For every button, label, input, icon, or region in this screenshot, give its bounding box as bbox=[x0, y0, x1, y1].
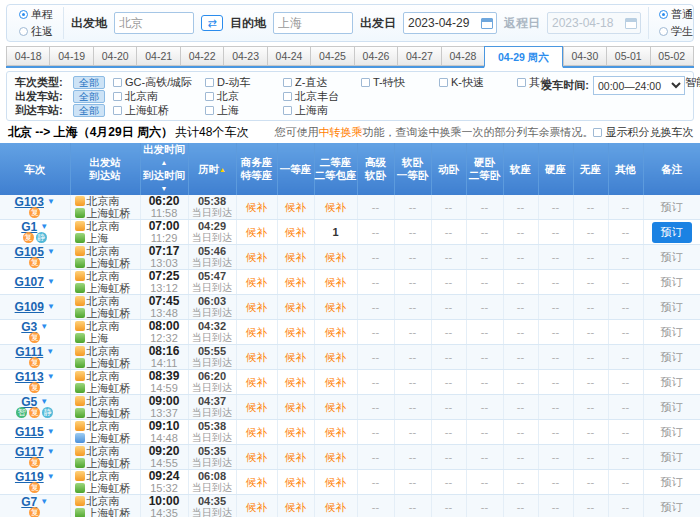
date-tab-04-21[interactable]: 04-21 bbox=[136, 46, 179, 66]
train-link[interactable]: G103 bbox=[15, 195, 44, 209]
passenger-type-学生[interactable]: 学生 bbox=[659, 24, 693, 39]
filter-all-button[interactable]: 全部 bbox=[73, 90, 105, 103]
expand-caret-icon[interactable]: ▼ bbox=[40, 222, 48, 231]
expand-caret-icon[interactable]: ▼ bbox=[47, 277, 55, 286]
no-seat-dash: -- bbox=[622, 426, 629, 438]
arrive-time: 13:37 bbox=[141, 407, 188, 419]
checkbox-icon[interactable] bbox=[283, 106, 292, 115]
date-tab-04-24[interactable]: 04-24 bbox=[267, 46, 310, 66]
checkbox-icon[interactable] bbox=[113, 92, 122, 101]
train-link[interactable]: G111 bbox=[15, 345, 43, 359]
expand-caret-icon[interactable]: ▼ bbox=[47, 247, 55, 256]
trip-type-单程[interactable]: 单程 bbox=[19, 7, 53, 22]
passenger-type-radio-icon[interactable] bbox=[659, 10, 668, 19]
checkbox-icon[interactable] bbox=[113, 78, 122, 87]
date-tab-05-01[interactable]: 05-01 bbox=[606, 46, 649, 66]
swap-stations-icon[interactable]: ⇄ bbox=[201, 15, 223, 31]
train-link[interactable]: G105 bbox=[15, 245, 44, 259]
expand-caret-icon[interactable]: ▼ bbox=[47, 427, 55, 436]
checkbox-icon[interactable] bbox=[593, 128, 602, 137]
train-link[interactable]: G115 bbox=[15, 425, 44, 439]
expand-caret-icon[interactable]: ▼ bbox=[47, 447, 55, 456]
no-seat-dash: -- bbox=[372, 201, 379, 213]
badge-复-icon: 复 bbox=[29, 332, 40, 343]
filter-option-Z-直达[interactable]: Z-直达 bbox=[283, 75, 361, 90]
filter-option-上海虹桥[interactable]: 上海虹桥 bbox=[113, 103, 205, 118]
checkbox-icon[interactable] bbox=[205, 106, 214, 115]
depart-time-select[interactable]: 00:00—24:00 bbox=[593, 76, 685, 95]
header-line: 商务座 bbox=[241, 156, 273, 168]
from-input[interactable] bbox=[114, 12, 194, 34]
checkbox-icon[interactable] bbox=[205, 78, 214, 87]
departure-station-name: 北京南 bbox=[87, 370, 120, 382]
checkbox-icon[interactable] bbox=[113, 106, 122, 115]
sort-icon[interactable]: ▼ bbox=[161, 185, 168, 192]
date-tab-04-20[interactable]: 04-20 bbox=[93, 46, 136, 66]
filter-option-上海南[interactable]: 上海南 bbox=[283, 103, 361, 118]
train-link[interactable]: G117 bbox=[15, 445, 44, 459]
date-tab-04-27[interactable]: 04-27 bbox=[397, 46, 440, 66]
filter-all-button[interactable]: 全部 bbox=[73, 104, 105, 117]
checkbox-icon[interactable] bbox=[205, 92, 214, 101]
sort-icon[interactable]: ▲ bbox=[161, 159, 168, 166]
checkbox-icon[interactable] bbox=[283, 92, 292, 101]
trip-type-radio-icon[interactable] bbox=[19, 10, 28, 19]
stations-cell: 北京南上海虹桥 bbox=[70, 345, 140, 370]
date-tab-04-29[interactable]: 04-29 周六 bbox=[484, 46, 562, 68]
train-link[interactable]: G109 bbox=[15, 300, 44, 314]
no-seat-dash: -- bbox=[552, 376, 559, 388]
date-tab-04-26[interactable]: 04-26 bbox=[354, 46, 397, 66]
trip-type-往返[interactable]: 往返 bbox=[19, 24, 53, 39]
filter-option-D-动车[interactable]: D-动车 bbox=[205, 75, 283, 90]
column-header-历时[interactable]: 历时▲ bbox=[188, 143, 236, 195]
expand-caret-icon[interactable]: ▼ bbox=[46, 347, 54, 356]
date-tab-04-18[interactable]: 04-18 bbox=[6, 46, 49, 66]
train-link[interactable]: G113 bbox=[15, 370, 44, 384]
checkbox-icon[interactable] bbox=[439, 78, 448, 87]
filter-option-北京[interactable]: 北京 bbox=[205, 89, 283, 104]
filter-all-button[interactable]: 全部 bbox=[73, 76, 105, 89]
date-tab-04-25[interactable]: 04-25 bbox=[310, 46, 353, 66]
checkbox-icon[interactable] bbox=[517, 78, 526, 87]
expand-caret-icon[interactable]: ▼ bbox=[40, 497, 48, 506]
filter-option-T-特快[interactable]: T-特快 bbox=[361, 75, 439, 90]
checkbox-icon[interactable] bbox=[283, 78, 292, 87]
book-button[interactable]: 预订 bbox=[652, 222, 692, 243]
train-link[interactable]: G107 bbox=[15, 275, 44, 289]
filter-option-K-快速[interactable]: K-快速 bbox=[439, 75, 517, 90]
seat-cell: -- bbox=[608, 495, 643, 517]
to-input[interactable] bbox=[273, 12, 353, 34]
expand-caret-icon[interactable]: ▼ bbox=[40, 397, 48, 406]
seat-cell: -- bbox=[357, 495, 394, 517]
expand-caret-icon[interactable]: ▼ bbox=[40, 322, 48, 331]
calendar-icon[interactable] bbox=[481, 18, 493, 29]
train-link[interactable]: G119 bbox=[15, 470, 44, 484]
passenger-type-普通[interactable]: 普通 bbox=[659, 7, 693, 22]
expand-caret-icon[interactable]: ▼ bbox=[47, 302, 55, 311]
date-tab-04-19[interactable]: 04-19 bbox=[49, 46, 92, 66]
summary-checkbox-显示积分兑换车次[interactable]: 显示积分兑换车次 bbox=[593, 125, 693, 140]
arrival-station-icon bbox=[75, 458, 85, 468]
expand-caret-icon[interactable]: ▼ bbox=[47, 197, 55, 206]
column-header-出发时间[interactable]: 出发时间▲到达时间▼ bbox=[140, 143, 188, 195]
transfer-link[interactable]: 中转换乘 bbox=[318, 126, 362, 138]
date-tab-04-22[interactable]: 04-22 bbox=[180, 46, 223, 66]
expand-caret-icon[interactable]: ▼ bbox=[47, 472, 55, 481]
passenger-type-radio-icon[interactable] bbox=[659, 27, 668, 36]
filter-option-上海[interactable]: 上海 bbox=[205, 103, 283, 118]
date-tab-04-30[interactable]: 04-30 bbox=[563, 46, 606, 66]
date-tab-04-23[interactable]: 04-23 bbox=[223, 46, 266, 66]
depart-date-wrap bbox=[403, 12, 497, 34]
arrival-station-name: 上海虹桥 bbox=[87, 407, 131, 419]
filter-option-北京南[interactable]: 北京南 bbox=[113, 89, 205, 104]
date-tab-04-28[interactable]: 04-28 bbox=[441, 46, 484, 66]
filter-option-北京丰台[interactable]: 北京丰台 bbox=[283, 89, 361, 104]
table-body: G103▼复北京南上海虹桥06:2011:5805:38当日到达候补候补候补--… bbox=[0, 195, 700, 517]
date-tab-05-02[interactable]: 05-02 bbox=[650, 46, 694, 66]
expand-caret-icon[interactable]: ▼ bbox=[47, 372, 55, 381]
filter-option-GC-高铁/城际[interactable]: GC-高铁/城际 bbox=[113, 75, 205, 90]
checkbox-icon[interactable] bbox=[361, 78, 370, 87]
depart-time: 08:16 bbox=[141, 345, 188, 357]
sort-icon[interactable]: ▲ bbox=[219, 166, 226, 173]
trip-type-radio-icon[interactable] bbox=[19, 27, 28, 36]
